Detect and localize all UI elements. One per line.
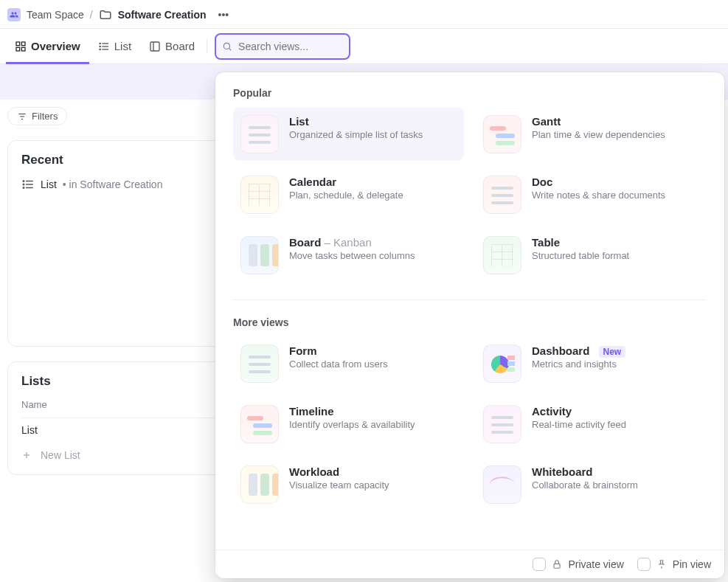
filters-label: Filters [32, 111, 58, 122]
views-dropdown-scroll[interactable]: Popular List Organized & simple list of … [215, 72, 724, 550]
view-option-workload[interactable]: Workload Visualize team capacity [233, 458, 464, 511]
private-view-label: Private view [568, 558, 623, 570]
view-option-board-subtitle: – Kanban [325, 236, 372, 249]
view-option-table[interactable]: Table Structured table format [476, 229, 707, 282]
section-more-views: More views [233, 316, 707, 328]
tab-list[interactable]: List [89, 29, 140, 64]
svg-rect-2 [16, 47, 20, 51]
crumb-space[interactable]: Team Space [27, 9, 84, 21]
search-wrap [215, 33, 350, 60]
crumb-separator: / [90, 9, 93, 21]
view-option-list-desc: Organized & simple list of tasks [289, 129, 423, 140]
view-option-board-title: Board – Kanban [289, 236, 415, 249]
overview-icon [15, 41, 27, 52]
view-option-gantt-desc: Plan time & view dependencies [532, 129, 665, 140]
tab-overview-label: Overview [31, 40, 80, 52]
thumb-timeline-icon [240, 405, 279, 443]
svg-point-20 [23, 181, 24, 182]
view-option-activity-desc: Real-time activity feed [532, 419, 626, 430]
section-popular: Popular [233, 87, 707, 99]
tab-overview[interactable]: Overview [6, 29, 89, 64]
breadcrumb-more-button[interactable]: ••• [215, 7, 232, 22]
thumb-table-icon [483, 236, 521, 274]
plus-icon [21, 450, 32, 460]
svg-point-21 [23, 184, 24, 185]
pin-view-checkbox[interactable] [637, 558, 651, 571]
svg-rect-25 [554, 564, 560, 568]
search-icon [222, 41, 232, 52]
view-option-whiteboard-title: Whiteboard [532, 465, 638, 478]
space-icon [7, 8, 21, 21]
list-icon [21, 178, 35, 191]
view-option-form-desc: Collect data from users [289, 358, 388, 370]
thumb-dashboard-icon [483, 344, 521, 383]
view-option-workload-desc: Visualize team capacity [289, 479, 389, 491]
view-option-dashboard-title: Dashboard New [532, 344, 625, 357]
thumb-workload-icon [240, 465, 279, 504]
view-option-doc-title: Doc [532, 176, 665, 188]
filters-button[interactable]: Filters [7, 107, 67, 125]
view-option-calendar-title: Calendar [289, 176, 403, 188]
thumb-board-icon [240, 236, 279, 274]
private-view-checkbox[interactable] [533, 558, 546, 571]
svg-rect-0 [16, 42, 20, 46]
thumb-activity-icon [483, 405, 521, 443]
svg-rect-3 [21, 47, 25, 51]
crumb-folder[interactable]: Software Creation [118, 9, 207, 21]
list-icon [98, 41, 110, 52]
view-option-timeline-desc: Identify overlaps & availability [289, 419, 415, 430]
view-option-table-desc: Structured table format [532, 250, 629, 261]
view-option-workload-title: Workload [289, 465, 389, 478]
tab-list-label: List [114, 40, 131, 52]
recent-item-name: List [41, 179, 57, 190]
pin-view-label: Pin view [673, 558, 711, 570]
recent-item-meta: • in Software Creation [63, 179, 163, 190]
svg-point-12 [223, 43, 229, 49]
tab-divider [207, 39, 207, 54]
view-tabs-row: Overview List Board [0, 29, 728, 64]
thumb-form-icon [240, 344, 279, 383]
thumb-gantt-icon [483, 115, 521, 153]
dropdown-divider [233, 299, 707, 300]
view-option-calendar[interactable]: Calendar Plan, schedule, & delegate [233, 168, 464, 221]
view-option-doc-desc: Write notes & share documents [532, 190, 665, 201]
view-option-gantt[interactable]: Gantt Plan time & view dependencies [476, 108, 707, 161]
lock-icon [552, 559, 562, 569]
svg-point-7 [100, 43, 100, 44]
new-list-label: New List [41, 449, 80, 461]
view-option-list[interactable]: List Organized & simple list of tasks [233, 108, 464, 161]
view-option-board-desc: Move tasks between columns [289, 250, 415, 261]
view-option-activity-title: Activity [532, 405, 626, 418]
board-icon [149, 41, 161, 52]
breadcrumb: Team Space / Software Creation ••• [0, 0, 728, 29]
svg-point-8 [100, 46, 100, 46]
view-option-dashboard[interactable]: Dashboard New Metrics and insights [476, 337, 707, 390]
svg-point-22 [23, 187, 24, 189]
pin-view-toggle[interactable]: Pin view [637, 558, 711, 571]
thumb-doc-icon [483, 176, 521, 214]
private-view-toggle[interactable]: Private view [533, 558, 623, 571]
svg-line-13 [229, 48, 232, 50]
view-option-list-title: List [289, 115, 423, 128]
svg-rect-10 [150, 42, 159, 51]
view-option-timeline[interactable]: Timeline Identify overlaps & availabilit… [233, 398, 464, 451]
thumb-list-icon [240, 115, 279, 153]
view-option-timeline-title: Timeline [289, 405, 415, 418]
view-option-board[interactable]: Board – Kanban Move tasks between column… [233, 229, 464, 282]
view-option-whiteboard[interactable]: Whiteboard Collaborate & brainstorm [476, 458, 707, 511]
tab-board-label: Board [165, 40, 195, 52]
view-option-form[interactable]: Form Collect data from users [233, 337, 464, 390]
tab-board[interactable]: Board [140, 29, 204, 64]
view-option-activity[interactable]: Activity Real-time activity feed [476, 398, 707, 451]
search-views-input[interactable] [215, 33, 350, 60]
thumb-calendar-icon [240, 176, 279, 214]
filter-icon [17, 111, 27, 122]
pin-icon [656, 559, 667, 569]
view-option-form-title: Form [289, 344, 388, 357]
badge-new: New [599, 346, 626, 358]
folder-icon [99, 8, 112, 21]
view-option-calendar-desc: Plan, schedule, & delegate [289, 190, 403, 201]
view-option-doc[interactable]: Doc Write notes & share documents [476, 168, 707, 221]
view-option-dashboard-desc: Metrics and insights [532, 358, 625, 370]
svg-point-9 [100, 49, 100, 49]
